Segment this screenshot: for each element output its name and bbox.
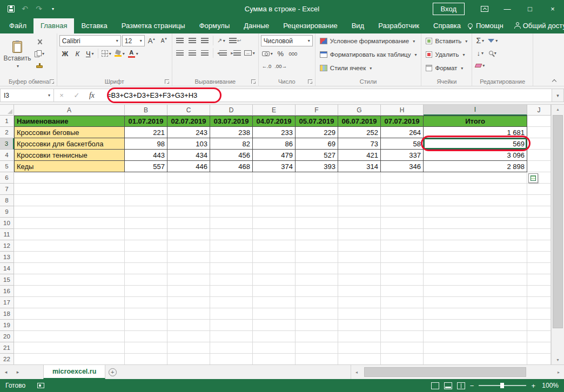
- find-select-button[interactable]: ▾: [487, 48, 498, 58]
- cell-D18[interactable]: [210, 308, 253, 320]
- cell-D16[interactable]: [210, 286, 253, 297]
- cell-H6[interactable]: [381, 172, 424, 184]
- scroll-left-button[interactable]: ◂: [351, 365, 362, 379]
- cell-H4[interactable]: 337: [381, 150, 424, 161]
- cell-A20[interactable]: [14, 331, 125, 342]
- row-header-12[interactable]: 12: [0, 240, 14, 252]
- cell-F18[interactable]: [296, 308, 338, 320]
- cell-B17[interactable]: [125, 297, 167, 308]
- horizontal-scrollbar[interactable]: ◂ ▸: [351, 365, 564, 379]
- merge-center-button[interactable]: ↔▾: [243, 48, 256, 58]
- cell-F12[interactable]: [296, 240, 338, 252]
- cell-E10[interactable]: [253, 218, 296, 229]
- cell-B4[interactable]: 443: [125, 150, 167, 161]
- cell-D7[interactable]: [210, 184, 253, 195]
- row-header-6[interactable]: 6: [0, 172, 14, 184]
- cell-D4[interactable]: 456: [210, 150, 253, 161]
- cell-G20[interactable]: [338, 331, 381, 342]
- cell-E21[interactable]: [253, 342, 296, 354]
- cell-E16[interactable]: [253, 286, 296, 297]
- cell-B12[interactable]: [125, 240, 167, 252]
- cell-D13[interactable]: [210, 252, 253, 263]
- column-header-E[interactable]: E: [253, 105, 296, 116]
- align-bottom-button[interactable]: [199, 35, 211, 46]
- cell-H13[interactable]: [381, 252, 424, 263]
- zoom-out-button[interactable]: −: [470, 382, 474, 390]
- zoom-slider-thumb[interactable]: [500, 383, 504, 388]
- cell-E22[interactable]: [253, 354, 296, 364]
- cell-J19[interactable]: [527, 320, 551, 331]
- cell-D5[interactable]: 468: [210, 161, 253, 172]
- cell-E15[interactable]: [253, 274, 296, 286]
- row-header-10[interactable]: 10: [0, 218, 14, 229]
- cell-B11[interactable]: [125, 229, 167, 240]
- column-header-H[interactable]: H: [381, 105, 424, 116]
- cell-G5[interactable]: 314: [338, 161, 381, 172]
- cell-G3[interactable]: 73: [338, 138, 381, 150]
- cell-B2[interactable]: 221: [125, 127, 167, 138]
- row-header-14[interactable]: 14: [0, 263, 14, 274]
- column-header-B[interactable]: B: [125, 105, 167, 116]
- row-header-13[interactable]: 13: [0, 252, 14, 263]
- cell-A4[interactable]: Кроссовки теннисные: [14, 150, 125, 161]
- cancel-button[interactable]: ×: [54, 89, 69, 102]
- cell-E11[interactable]: [253, 229, 296, 240]
- cell-J17[interactable]: [527, 297, 551, 308]
- cell-G7[interactable]: [338, 184, 381, 195]
- insert-function-button[interactable]: fx: [84, 89, 99, 102]
- ribbon-tab-home[interactable]: Главная: [33, 18, 74, 33]
- cell-J9[interactable]: [527, 206, 551, 218]
- cell-D22[interactable]: [210, 354, 253, 364]
- cell-I3[interactable]: 569: [424, 138, 527, 150]
- cell-E3[interactable]: 86: [253, 138, 296, 150]
- cell-C10[interactable]: [167, 218, 210, 229]
- cell-E12[interactable]: [253, 240, 296, 252]
- cell-E9[interactable]: [253, 206, 296, 218]
- cell-J11[interactable]: [527, 229, 551, 240]
- paste-button[interactable]: Вставить ▾: [3, 35, 31, 74]
- cell-F16[interactable]: [296, 286, 338, 297]
- cell-B1[interactable]: 01.07.2019: [125, 116, 167, 127]
- cell-A7[interactable]: [14, 184, 125, 195]
- cell-G8[interactable]: [338, 195, 381, 206]
- close-button[interactable]: ×: [541, 0, 564, 17]
- decrease-font-button[interactable]: А▾: [158, 36, 170, 46]
- fill-button[interactable]: ↓▾: [474, 48, 486, 58]
- align-left-button[interactable]: [174, 48, 186, 58]
- cell-A21[interactable]: [14, 342, 125, 354]
- save-button[interactable]: [4, 2, 17, 15]
- cell-G18[interactable]: [338, 308, 381, 320]
- cell-D21[interactable]: [210, 342, 253, 354]
- cell-J8[interactable]: [527, 195, 551, 206]
- cell-G15[interactable]: [338, 274, 381, 286]
- cell-C21[interactable]: [167, 342, 210, 354]
- cell-B19[interactable]: [125, 320, 167, 331]
- increase-indent-button[interactable]: ▸: [229, 48, 242, 58]
- cell-G2[interactable]: 252: [338, 127, 381, 138]
- cell-B16[interactable]: [125, 286, 167, 297]
- cell-F7[interactable]: [296, 184, 338, 195]
- cell-B22[interactable]: [125, 354, 167, 364]
- format-cells-button[interactable]: Формат▾: [424, 62, 465, 74]
- cell-A8[interactable]: [14, 195, 125, 206]
- column-header-C[interactable]: C: [167, 105, 210, 116]
- sheet-tab[interactable]: microexcel.ru: [43, 365, 105, 379]
- cell-H18[interactable]: [381, 308, 424, 320]
- horizontal-scrollbar-track[interactable]: [362, 366, 553, 378]
- cell-styles-button[interactable]: Стили ячеек▾: [318, 62, 374, 74]
- cell-B18[interactable]: [125, 308, 167, 320]
- orientation-button[interactable]: ↗▾: [216, 35, 227, 46]
- cell-C12[interactable]: [167, 240, 210, 252]
- cell-A1[interactable]: Наименование: [14, 116, 125, 127]
- cell-G10[interactable]: [338, 218, 381, 229]
- cell-D19[interactable]: [210, 320, 253, 331]
- new-sheet-button[interactable]: +: [105, 365, 119, 379]
- cell-H5[interactable]: 346: [381, 161, 424, 172]
- cell-A16[interactable]: [14, 286, 125, 297]
- cell-C5[interactable]: 446: [167, 161, 210, 172]
- row-header-16[interactable]: 16: [0, 286, 14, 297]
- wrap-text-button[interactable]: ↩: [228, 35, 243, 46]
- cell-D1[interactable]: 03.07.2019: [210, 116, 253, 127]
- minimize-button[interactable]: —: [496, 0, 519, 17]
- ribbon-tab-data[interactable]: Данные: [237, 18, 276, 33]
